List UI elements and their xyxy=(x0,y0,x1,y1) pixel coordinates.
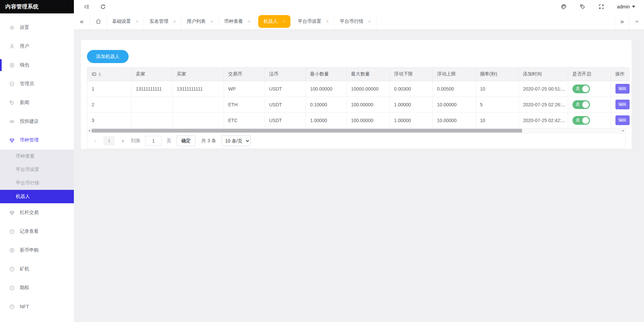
submenu-item-coin-view[interactable]: 币种查看 xyxy=(0,150,74,163)
enabled-toggle[interactable]: 是 xyxy=(572,100,590,109)
tab-robots-active[interactable]: 机器人 × xyxy=(258,15,290,28)
close-icon[interactable]: × xyxy=(368,19,371,24)
close-icon[interactable]: × xyxy=(282,19,285,24)
scrollbar-thumb[interactable] xyxy=(92,129,522,132)
refresh-icon[interactable] xyxy=(100,4,106,10)
sidebar-item-news[interactable]: 新闻 xyxy=(0,93,74,112)
col-header-float-upper: 浮动上限 xyxy=(432,67,475,81)
close-icon[interactable]: × xyxy=(248,19,250,24)
close-icon[interactable]: × xyxy=(210,19,213,24)
tag-icon[interactable] xyxy=(580,4,586,10)
tabs-scroll-left-button[interactable]: « xyxy=(74,13,90,29)
app-title: 内容管理系统 xyxy=(0,0,74,13)
col-header-fiat: 法币 xyxy=(265,67,306,81)
tab-coin-view[interactable]: 币种查看 × xyxy=(219,13,256,29)
submenu-item-robots[interactable]: 机器人 xyxy=(0,190,74,203)
cell-float-upper: 0.00500 xyxy=(432,81,475,97)
submenu-item-platform-coin-settings[interactable]: 平台币设置 xyxy=(0,163,74,176)
col-header-seller: 卖家 xyxy=(131,67,172,81)
submenu-item-label: 币种查看 xyxy=(16,153,35,159)
tab-platform-coin-market[interactable]: 平台币行情 × xyxy=(334,13,376,29)
next-page-button[interactable]: › xyxy=(118,138,128,144)
sidebar-item-settings[interactable]: 设置 xyxy=(0,18,74,37)
sidebar-item-wallet[interactable]: 钱包 xyxy=(0,56,74,74)
sidebar-item-currency-management[interactable]: 币种管理 xyxy=(0,131,74,150)
gear-icon xyxy=(9,25,15,31)
cell-float-lower: 1.00000 xyxy=(389,112,432,128)
sidebar-item-label: NFT xyxy=(20,304,29,309)
scroll-right-arrow-icon[interactable]: ► xyxy=(621,128,625,133)
cell-max-amount: 100.00000 xyxy=(347,97,389,112)
home-tab[interactable] xyxy=(90,13,107,29)
table-row: 3 ETC USDT 1.00000 100.00000 1.00000 10.… xyxy=(87,112,630,128)
sidebar-item-admins[interactable]: 管理员 xyxy=(0,74,74,93)
sidebar-item-mining-machine[interactable]: 矿机 xyxy=(0,260,74,278)
chevron-down-icon xyxy=(632,6,635,8)
tabs-menu-button[interactable] xyxy=(629,13,644,29)
sidebar-item-label: 新币申购 xyxy=(20,247,39,253)
sidebar-item-leverage-trading[interactable]: 杠杆交易 xyxy=(0,203,74,222)
close-icon[interactable]: × xyxy=(173,19,176,24)
sidebar-item-feedback[interactable]: 投拆建议 xyxy=(0,112,74,131)
toggle-label: 是 xyxy=(576,102,580,107)
sidebar-item-label: 矿机 xyxy=(20,266,29,272)
main-column: « 基础设置 × 实名管理 × 用户列表 × 币种查看 xyxy=(74,13,644,322)
confirm-button[interactable]: 确定 xyxy=(177,136,195,146)
sidebar-item-new-coin-subscription[interactable]: 新币申购 xyxy=(0,241,74,260)
col-header-add-time: 添加时间 xyxy=(518,67,568,81)
sidebar-item-label: 钱包 xyxy=(20,62,29,68)
toggle-label: 是 xyxy=(576,117,580,123)
submenu-item-platform-coin-market[interactable]: 平台币行情 xyxy=(0,176,74,190)
scroll-left-arrow-icon[interactable]: ◄ xyxy=(87,128,91,133)
cell-fiat: USDT xyxy=(265,81,306,97)
horizontal-scrollbar[interactable]: ◄ ► xyxy=(87,128,625,133)
sidebar-item-nft[interactable]: NFT xyxy=(0,297,74,316)
cell-seller xyxy=(131,112,172,128)
cell-add-time: 2020-07-25 02:26:... xyxy=(518,97,568,112)
page-size-select[interactable]: 10 条/页 xyxy=(222,136,250,146)
tab-basic-settings[interactable]: 基础设置 × xyxy=(107,13,144,29)
sidebar-item-label: 币种管理 xyxy=(20,137,39,143)
cell-seller: 13111111111 xyxy=(131,81,172,97)
close-icon[interactable]: × xyxy=(136,19,138,24)
history-icon xyxy=(9,229,15,234)
edit-button[interactable]: 编辑 xyxy=(615,84,630,94)
menu-collapse-icon[interactable] xyxy=(84,4,90,10)
tabs-scroll-right-button[interactable]: » xyxy=(614,13,629,29)
tabbar-spacer xyxy=(376,13,614,29)
prev-page-button[interactable]: ‹ xyxy=(91,138,100,144)
tab-realname-management[interactable]: 实名管理 × xyxy=(144,13,181,29)
enabled-toggle[interactable]: 是 xyxy=(572,116,590,125)
sidebar-item-label: 新闻 xyxy=(20,100,29,106)
close-icon[interactable]: × xyxy=(326,19,329,24)
topbar: admin xyxy=(74,0,644,13)
edit-button[interactable]: 编辑 xyxy=(615,100,630,109)
cell-buyer: 13111111111 xyxy=(172,81,224,97)
edit-button[interactable]: 编辑 xyxy=(615,115,630,125)
tab-platform-coin-settings[interactable]: 平台币设置 × xyxy=(292,13,334,29)
sidebar-item-options[interactable]: 期权 xyxy=(0,278,74,297)
history-icon xyxy=(9,304,15,310)
robots-card: 添加机器人 xyxy=(81,40,632,149)
cell-enabled: 是 xyxy=(568,81,611,97)
fullscreen-icon[interactable] xyxy=(598,4,604,10)
enabled-toggle[interactable]: 是 xyxy=(572,85,590,93)
goto-page-input[interactable] xyxy=(145,136,162,146)
theme-palette-icon[interactable] xyxy=(561,4,567,10)
tab-label: 币种查看 xyxy=(224,18,243,24)
page-number-button[interactable]: 1 xyxy=(103,136,115,146)
sidebar-item-label: 设置 xyxy=(20,24,29,31)
robots-table-container: ID 卖家 买家 交易币 法币 最小数量 最大数量 浮动下限 浮动上限 xyxy=(87,67,626,149)
sidebar-item-users[interactable]: 用户 xyxy=(0,37,74,56)
sidebar-item-records[interactable]: 记录查看 xyxy=(0,222,74,241)
cell-min-amount: 0.10000 xyxy=(306,97,347,112)
user-menu[interactable]: admin xyxy=(617,4,635,9)
tab-user-list[interactable]: 用户列表 × xyxy=(181,13,219,29)
tag-icon xyxy=(9,100,15,106)
add-robot-button[interactable]: 添加机器人 xyxy=(87,50,129,63)
sort-carets-icon[interactable] xyxy=(98,72,101,76)
tab-label: 机器人 xyxy=(264,18,278,24)
col-header-id[interactable]: ID xyxy=(87,67,131,81)
cell-max-amount: 100.00000 xyxy=(347,112,389,128)
cell-actions: 编辑 xyxy=(611,112,630,128)
